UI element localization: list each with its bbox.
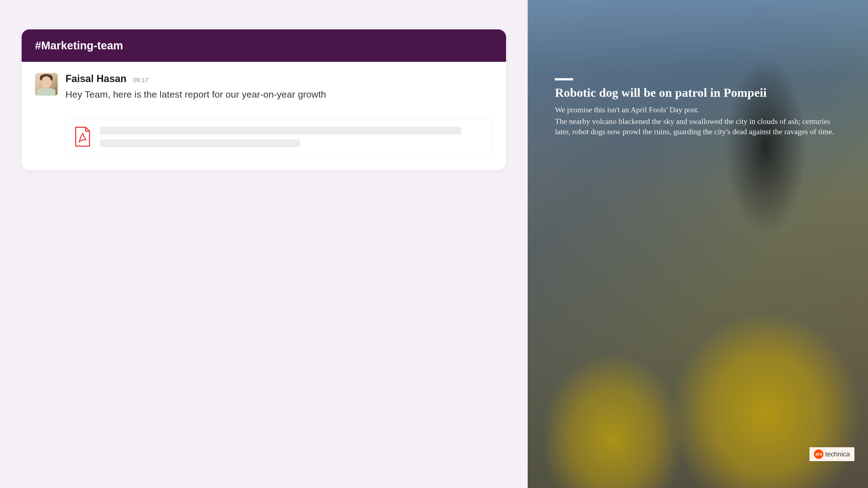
file-attachment[interactable] <box>65 119 493 155</box>
chat-card: #Marketing-team Faisal Hasan 09:17 Hey T… <box>22 29 506 170</box>
publisher-name: technica <box>825 450 850 458</box>
chat-body: Faisal Hasan 09:17 Hey Team, here is the… <box>22 62 506 170</box>
pdf-file-icon <box>74 127 91 147</box>
channel-name: #Marketing-team <box>35 39 493 52</box>
skeleton-line <box>100 140 300 147</box>
article-panel: Robotic dog will be on patrol in Pompeii… <box>528 0 868 488</box>
left-panel: #Marketing-team Faisal Hasan 09:17 Hey T… <box>0 0 528 488</box>
chat-message: Faisal Hasan 09:17 Hey Team, here is the… <box>35 73 493 155</box>
article-paragraph: The nearby volcano blackened the sky and… <box>555 116 847 137</box>
article-body: We promise this isn't an April Fools' Da… <box>555 104 847 137</box>
message-header: Faisal Hasan 09:17 <box>65 73 493 85</box>
attachment-placeholder-lines <box>100 127 484 147</box>
article-lead: We promise this isn't an April Fools' Da… <box>555 104 847 115</box>
message-timestamp: 09:17 <box>133 77 148 84</box>
message-content: Faisal Hasan 09:17 Hey Team, here is the… <box>65 73 493 155</box>
author-name: Faisal Hasan <box>65 73 126 85</box>
skeleton-line <box>100 127 461 134</box>
article-title: Robotic dog will be on patrol in Pompeii <box>555 86 847 99</box>
article-background-overlay <box>528 0 868 488</box>
publisher-logo-icon: ars <box>814 450 824 459</box>
avatar[interactable] <box>35 73 58 96</box>
message-text: Hey Team, here is the latest report for … <box>65 88 441 101</box>
article-content: Robotic dog will be on patrol in Pompeii… <box>555 78 847 139</box>
publisher-badge[interactable]: ars technica <box>809 447 854 461</box>
accent-bar <box>555 78 573 81</box>
chat-channel-header[interactable]: #Marketing-team <box>22 29 506 62</box>
